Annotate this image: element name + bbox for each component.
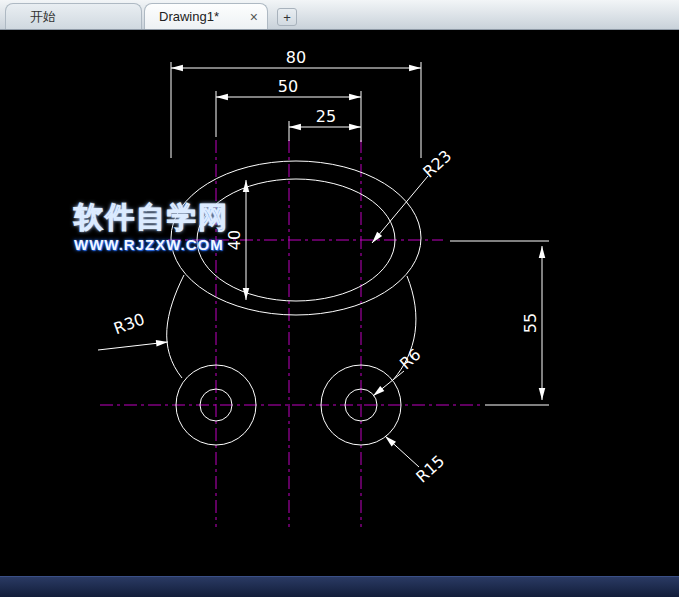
tab-drawing1-label: Drawing1* xyxy=(159,9,219,24)
watermark: 软件自学网 WWW.RJZXW.COM xyxy=(74,202,229,253)
drawing-area[interactable]: 80 50 25 40 R23 xyxy=(0,30,679,576)
tab-drawing1[interactable]: Drawing1* × xyxy=(144,3,268,29)
leader-r6-text[interactable]: R6 xyxy=(396,345,425,373)
status-bar xyxy=(0,576,679,597)
leader-r30-line xyxy=(98,342,168,350)
tab-start[interactable]: 开始 xyxy=(5,3,142,29)
left-neck-fillet-curve[interactable] xyxy=(167,275,184,378)
application-window: 开始 Drawing1* × + xyxy=(0,0,679,597)
leader-r23-line xyxy=(372,176,428,243)
dim-80-text[interactable]: 80 xyxy=(286,48,306,67)
new-tab-button[interactable]: + xyxy=(277,8,297,26)
watermark-url: WWW.RJZXW.COM xyxy=(74,237,229,254)
leader-r15-text[interactable]: R15 xyxy=(412,451,448,486)
dim-lobe-radius[interactable]: R15 xyxy=(385,436,448,487)
dim-55-text[interactable]: 55 xyxy=(521,313,540,333)
dim-25-text[interactable]: 25 xyxy=(316,107,336,126)
dim-vertical-center-distance[interactable]: 55 xyxy=(450,241,549,405)
drawing-canvas[interactable]: 80 50 25 40 R23 xyxy=(0,30,679,576)
dim-half-center-distance[interactable]: 25 xyxy=(289,107,361,141)
close-icon[interactable]: × xyxy=(250,10,258,24)
tab-start-label: 开始 xyxy=(30,8,56,26)
dim-left-fillet-radius[interactable]: R30 xyxy=(98,310,168,350)
watermark-title: 软件自学网 xyxy=(74,202,229,234)
leader-r23-text[interactable]: R23 xyxy=(419,146,455,181)
leader-r30-text[interactable]: R30 xyxy=(111,310,147,339)
tab-bar: 开始 Drawing1* × + xyxy=(0,0,679,30)
leader-r15-line xyxy=(385,436,419,467)
dim-overall-width[interactable]: 80 xyxy=(171,48,421,158)
dim-50-text[interactable]: 50 xyxy=(278,77,298,96)
dim-top-arc-radius[interactable]: R23 xyxy=(372,146,455,243)
